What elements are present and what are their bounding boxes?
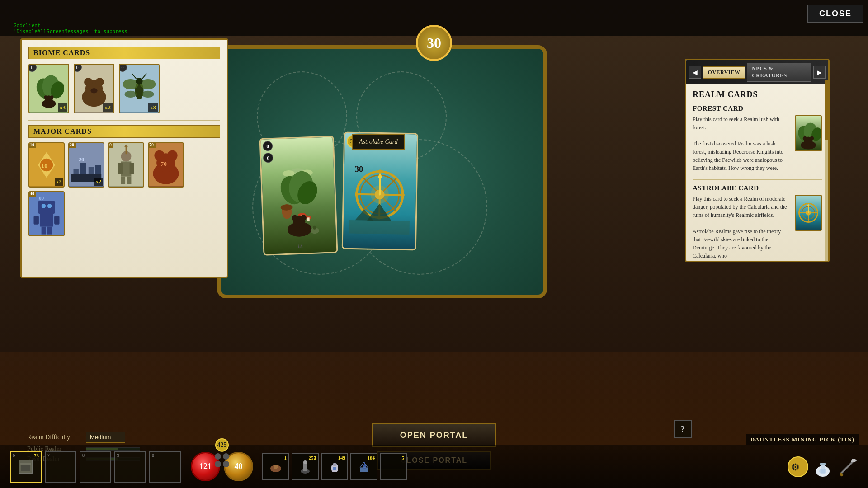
- hotbar-slot-7[interactable]: 7: [45, 451, 76, 483]
- card-book-panel: BIOME CARDS 0 x3 0: [20, 38, 228, 278]
- xp-orb: 425: [215, 438, 229, 452]
- biome-card-bear[interactable]: 0 x2: [74, 64, 114, 113]
- major-card-5[interactable]: 40 00: [28, 191, 65, 236]
- forest-entry-title: FOREST CARD: [693, 105, 822, 113]
- svg-point-83: [154, 150, 165, 161]
- major-section-title: MAJOR CARDS: [28, 125, 220, 138]
- astrolabe-text2: Astrolabe Realms gave rise to the theory…: [693, 228, 781, 259]
- svg-point-43: [44, 95, 47, 99]
- pip-3: [215, 461, 221, 467]
- action-slot-5[interactable]: 5: [380, 453, 407, 480]
- major-card-4[interactable]: 70 70: [148, 142, 184, 188]
- major-card-1[interactable]: 10 10 x2: [28, 142, 65, 188]
- svg-point-114: [274, 465, 278, 469]
- forest-text1: Play this card to seek a Realm lush with…: [693, 116, 779, 131]
- forest-card-svg: [267, 157, 330, 242]
- inventory-icon: ⚙: [787, 455, 809, 478]
- hotbar-slot-0[interactable]: 0: [149, 451, 181, 483]
- card-divider: [693, 179, 822, 180]
- action-slot-3[interactable]: 3 149: [321, 453, 348, 480]
- help-button[interactable]: ?: [674, 420, 692, 438]
- action-slots: 1 2 255 3 149 4: [262, 453, 407, 480]
- nav-next-button[interactable]: ▶: [813, 66, 826, 79]
- major-card-4-top: 70: [148, 142, 156, 148]
- action-slot-4[interactable]: 4 186: [350, 453, 377, 480]
- forest-card-label: IX: [297, 243, 303, 249]
- major-card-3-svg: [109, 143, 143, 187]
- difficulty-label: Realm Difficulty: [27, 434, 81, 441]
- svg-point-101: [803, 136, 807, 141]
- slot-6-icon: [17, 458, 35, 476]
- open-portal-button[interactable]: OPEN PORTAL: [372, 423, 496, 447]
- forest-thumb-svg: [796, 116, 821, 150]
- action-2-icon: [297, 459, 313, 474]
- major-card-5-svg: 00: [29, 192, 64, 235]
- tab-npcs[interactable]: NPCS & CREATURES: [747, 63, 811, 82]
- info-panel: ◀ OVERVIEW NPCS & CREATURES ▶ REALM CARD…: [685, 59, 830, 262]
- section-divider: [28, 120, 220, 121]
- svg-text:00: 00: [39, 195, 44, 201]
- slot-6-num: 6: [13, 453, 15, 458]
- astrolabe-card-art: 30: [343, 133, 417, 249]
- slot-7-num: 7: [47, 453, 50, 458]
- svg-point-55: [125, 91, 137, 98]
- pip-indicators: 425: [215, 438, 229, 467]
- svg-point-49: [95, 78, 104, 86]
- action-2-count: 255: [309, 455, 316, 460]
- major-card-2[interactable]: 20 20 x2: [68, 142, 104, 188]
- action-3-icon: [327, 459, 343, 474]
- svg-rect-112: [20, 463, 31, 465]
- tab-overview[interactable]: OVERVIEW: [703, 66, 745, 79]
- svg-rect-11: [307, 217, 310, 221]
- action-4-count: 186: [368, 455, 375, 460]
- biome-card-insect[interactable]: 0 x3: [119, 64, 160, 113]
- action-slot-1[interactable]: 1: [262, 453, 289, 480]
- forest-entry-body: Play this card to seek a Realm lush with…: [693, 115, 822, 172]
- svg-point-44: [50, 95, 54, 99]
- hotbar-slot-6[interactable]: 6 73: [10, 451, 42, 483]
- svg-line-27: [380, 176, 380, 194]
- console-output: Godclient 'DisableAllScreenMessages' to …: [14, 23, 127, 34]
- info-panel-header: ◀ OVERVIEW NPCS & CREATURES ▶: [686, 60, 828, 84]
- hotbar-left-slots: 6 73 7 8 9 0: [9, 451, 182, 483]
- biome-card-forest[interactable]: 0 x3: [28, 64, 69, 113]
- svg-point-129: [819, 469, 826, 474]
- major-card-5-top: 40: [28, 191, 36, 197]
- info-section-title: REALM CARDS: [693, 90, 822, 99]
- astrolabe-thumb-svg: [796, 196, 821, 230]
- astrolabe-card-svg: 30: [349, 153, 411, 236]
- major-card-3[interactable]: 0: [108, 142, 144, 188]
- svg-point-93: [42, 204, 46, 208]
- score-badge: 30: [416, 25, 452, 61]
- major-card-2-top: 20: [68, 142, 76, 148]
- major-card-4-svg: 70: [149, 143, 183, 187]
- hotbar: 6 73 7 8 9 0 425: [0, 445, 868, 488]
- scrollbar-thumb[interactable]: [825, 80, 828, 140]
- svg-rect-111: [21, 465, 30, 471]
- svg-rect-87: [38, 201, 55, 214]
- hotbar-slot-8[interactable]: 8: [80, 451, 111, 483]
- pip-row-2: [215, 461, 229, 467]
- svg-point-56: [142, 91, 154, 98]
- close-button[interactable]: CLOSE: [807, 5, 863, 23]
- major-card-3-top: 0: [108, 142, 113, 148]
- forest-card[interactable]: 0 0: [259, 136, 338, 256]
- table-surface: 0 0: [217, 45, 547, 298]
- action-5-num: 5: [402, 455, 405, 460]
- difficulty-dropdown[interactable]: Medium Easy Hard: [86, 432, 125, 443]
- score-value: 30: [427, 35, 441, 52]
- astrolabe-text1: Play this card to seek a Realm of modera…: [693, 196, 787, 218]
- svg-rect-74: [118, 163, 123, 174]
- difficulty-setting-row: Realm Difficulty Medium Easy Hard: [27, 432, 140, 443]
- svg-text:70: 70: [161, 160, 167, 167]
- svg-rect-75: [130, 163, 134, 174]
- nav-prev-button[interactable]: ◀: [689, 66, 701, 79]
- svg-rect-91: [42, 227, 46, 235]
- svg-rect-89: [34, 216, 39, 225]
- svg-rect-92: [47, 227, 52, 235]
- action-slot-2[interactable]: 2 255: [292, 453, 319, 480]
- svg-point-32: [401, 193, 405, 197]
- hotbar-slot-9[interactable]: 9: [114, 451, 146, 483]
- scrollbar-track[interactable]: [825, 80, 828, 262]
- forest-entry-text: Play this card to seek a Realm lush with…: [693, 115, 790, 172]
